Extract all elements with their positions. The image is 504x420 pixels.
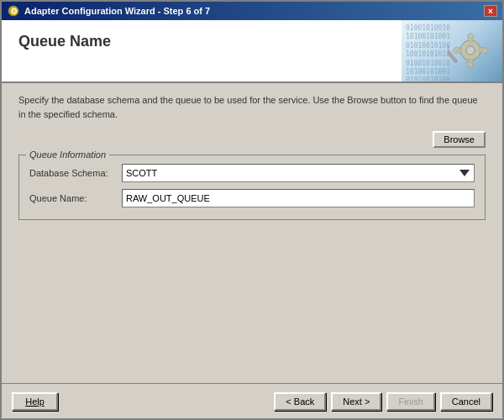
window-title: Adapter Configuration Wizard - Step 6 of… [24,6,210,16]
help-button[interactable]: Help [12,392,58,411]
header-content: Queue Name [2,20,402,81]
close-button[interactable]: × [484,5,497,17]
group-box-legend: Queue Information [26,150,109,160]
svg-text:⚙: ⚙ [10,7,18,16]
queue-information-group: Queue Information Database Schema: SCOTT… [18,155,486,220]
database-schema-row: Database Schema: SCOTT [29,164,475,182]
header-banner: Queue Name 01001010010 10100101001 01010… [2,20,502,83]
footer: Help < Back Next > Finish Cancel [2,383,502,418]
svg-point-3 [466,46,475,55]
queue-name-row: Queue Name: [29,189,475,207]
footer-right: < Back Next > Finish Cancel [274,392,492,411]
gear-icon [448,28,494,74]
cancel-button[interactable]: Cancel [440,392,492,411]
header-graphic: 01001010010 10100101001 01010010100 1001… [402,20,502,81]
title-bar-left: ⚙ Adapter Configuration Wizard - Step 6 … [7,4,210,18]
database-schema-select[interactable]: SCOTT [122,164,475,182]
title-bar: ⚙ Adapter Configuration Wizard - Step 6 … [2,2,502,20]
wizard-icon: ⚙ [7,4,20,18]
queue-name-label: Queue Name: [29,193,122,203]
finish-button[interactable]: Finish [386,392,434,411]
footer-left: Help [12,392,58,411]
queue-name-input[interactable] [122,189,475,207]
description-text: Specify the database schema and the queu… [18,93,486,121]
back-button[interactable]: < Back [274,392,326,411]
page-title: Queue Name [18,33,385,50]
browse-button[interactable]: Browse [433,131,486,148]
main-content: Specify the database schema and the queu… [2,83,502,383]
database-schema-label: Database Schema: [29,168,122,178]
browse-row: Browse [18,131,486,148]
next-button[interactable]: Next > [331,392,381,411]
gear-overlay [402,20,502,81]
wizard-window: ⚙ Adapter Configuration Wizard - Step 6 … [0,0,504,420]
